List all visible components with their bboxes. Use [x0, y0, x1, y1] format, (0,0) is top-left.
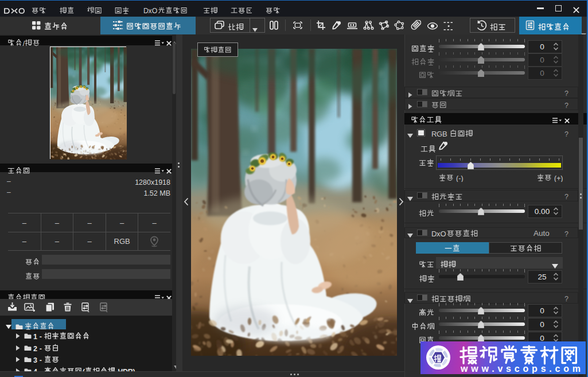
svg-text:R: R — [431, 130, 437, 138]
svg-text:2: 2 — [33, 344, 37, 351]
svg-text:O: O — [441, 230, 446, 238]
svg-text:-: - — [40, 356, 42, 363]
svg-text:): ) — [560, 174, 563, 182]
svg-text:G: G — [437, 130, 442, 138]
svg-text:3: 3 — [33, 356, 37, 363]
svg-text:B: B — [442, 130, 447, 138]
svg-text:): ) — [461, 174, 463, 182]
svg-text:D: D — [431, 230, 437, 238]
svg-text:O: O — [152, 7, 158, 15]
svg-text:1: 1 — [33, 332, 37, 339]
svg-text:-: - — [40, 332, 42, 339]
svg-text:-: - — [40, 344, 42, 351]
svg-text:/: / — [23, 39, 25, 46]
